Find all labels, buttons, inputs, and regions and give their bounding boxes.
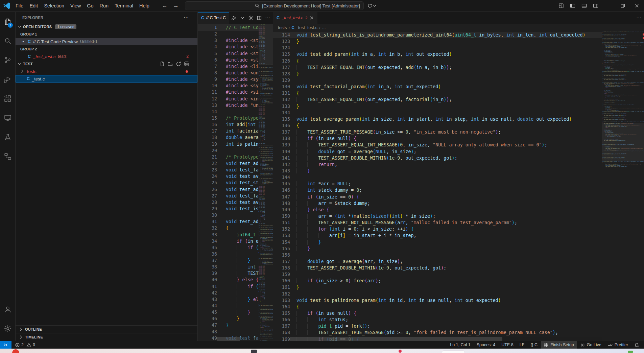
- code-line[interactable]: 127 TEST_ASSERT_EQUAL_INT(out_expected, …: [273, 64, 602, 71]
- activity-search-icon[interactable]: [0, 31, 15, 50]
- remote-indicator[interactable]: [0, 341, 11, 349]
- code-line[interactable]: 18double average(: [198, 134, 259, 141]
- code-line[interactable]: 17int factorial(i: [198, 128, 259, 134]
- activity-files-icon[interactable]: 1: [0, 12, 15, 31]
- code-line[interactable]: 139 TEST_ASSERT_EQUAL_INT_MESSAGE(0, in_…: [273, 142, 602, 148]
- split-icon[interactable]: [257, 15, 262, 21]
- status-utf-8[interactable]: UTF-8: [499, 341, 516, 349]
- status-spaces-4[interactable]: Spaces: 4: [474, 341, 498, 349]
- activity-hierarchy-icon[interactable]: [0, 147, 15, 166]
- code-line[interactable]: 165 if (in_use_null) {: [273, 310, 602, 316]
- code-line[interactable]: 152 for (int i = 0; i < in_size; ++i) {: [273, 226, 602, 232]
- breadcrumb-item[interactable]: C_test_test.c: [292, 25, 317, 30]
- section-outline[interactable]: OUTLINE: [16, 325, 197, 333]
- code-line[interactable]: 162: [273, 291, 602, 297]
- code-line[interactable]: 125void test_add_param(int in_a, int in_…: [273, 51, 602, 57]
- minimap-slider[interactable]: [602, 123, 644, 161]
- code-line[interactable]: 138 if (in_use_null) {: [273, 135, 602, 142]
- code-line[interactable]: 140 double got = average(NULL, in_size);: [273, 148, 602, 155]
- run-debug-icon[interactable]: [231, 15, 237, 21]
- code-line[interactable]: 5#include <strin: [198, 50, 259, 57]
- code-line[interactable]: 11#include <signa: [198, 89, 259, 95]
- code-editor-right[interactable]: 114void test_string_utils_is_palindrome_…: [273, 31, 602, 341]
- code-line[interactable]: 164{: [273, 304, 602, 310]
- status-prettier[interactable]: Prettier: [605, 341, 631, 349]
- code-line[interactable]: 21/* Prototypes f: [198, 154, 259, 160]
- code-line[interactable]: 155 }: [273, 245, 602, 252]
- status-ln-1-col-1[interactable]: Ln 1, Col 1: [447, 341, 473, 349]
- layout-sidebar-right-icon[interactable]: [590, 3, 601, 8]
- code-line[interactable]: 150 arr = (int *)malloc(sizeof(int) * in…: [273, 213, 602, 219]
- gear-small-icon[interactable]: [248, 15, 254, 21]
- code-line[interactable]: 4#include <stdli: [198, 44, 259, 50]
- code-line[interactable]: 42 TES: [198, 290, 259, 296]
- code-line[interactable]: 13#include "unity: [198, 102, 259, 109]
- code-line[interactable]: 48: [198, 329, 259, 335]
- code-editor-left[interactable]: 1// C Test Code 23#include <stdio4#inclu…: [198, 24, 259, 341]
- menu-item-run[interactable]: Run: [97, 3, 112, 8]
- menu-item-help[interactable]: Help: [136, 3, 152, 8]
- code-line[interactable]: 23void test_facto: [198, 167, 259, 173]
- code-line[interactable]: 46 }: [198, 315, 259, 322]
- code-line[interactable]: 126{: [273, 58, 602, 64]
- menu-item-terminal[interactable]: Terminal: [112, 3, 136, 8]
- code-line[interactable]: 16int add(int a,: [198, 121, 259, 128]
- code-line[interactable]: 9#include <sys/t: [198, 76, 259, 83]
- layout-grid-icon[interactable]: [555, 3, 567, 8]
- code-line[interactable]: 26void test_add_p: [198, 186, 259, 193]
- status-finish-setup[interactable]: Finish Setup: [541, 341, 576, 349]
- code-line[interactable]: 130void test_factorial_param(int in_n, i…: [273, 84, 602, 90]
- code-line[interactable]: 12#include <intty: [198, 96, 259, 102]
- code-line[interactable]: 1// C Test Code: [198, 24, 259, 31]
- code-line[interactable]: 30: [198, 212, 259, 218]
- code-line[interactable]: 157 double got = average(arr, in_size);: [273, 258, 602, 265]
- breadcrumb-item[interactable]: ...: [322, 25, 326, 30]
- menu-item-go[interactable]: Go: [84, 3, 96, 8]
- tab-test-test-c[interactable]: C _test_test.c 2: [273, 12, 317, 24]
- code-line[interactable]: 166 int status;: [273, 316, 602, 323]
- menu-item-file[interactable]: File: [13, 3, 26, 8]
- open-editor-item[interactable]: ●C// C Test Code PreviewUntitled-1: [16, 38, 197, 45]
- command-center-search[interactable]: [Extension Development Host] Test [Admin…: [185, 1, 364, 10]
- code-line[interactable]: 34 if (in_expe: [198, 238, 259, 244]
- code-line[interactable]: 132 TEST_ASSERT_EQUAL_INT(out_expected, …: [273, 96, 602, 103]
- code-line[interactable]: 135void test_average_param(int in_size, …: [273, 116, 602, 122]
- collapse-all-icon[interactable]: [184, 61, 189, 67]
- code-line[interactable]: 27void test_facto: [198, 193, 259, 199]
- more-icon[interactable]: ⋯: [636, 15, 641, 21]
- test-section-header[interactable]: TEST: [16, 60, 197, 68]
- code-line[interactable]: 158 TEST_ASSERT_DOUBLE_WITHIN(1e-9, out_…: [273, 265, 602, 271]
- code-line[interactable]: 159: [273, 271, 602, 278]
- menu-item-selection[interactable]: Selection: [41, 3, 67, 8]
- code-line[interactable]: 129: [273, 77, 602, 84]
- code-line[interactable]: 136{: [273, 122, 602, 129]
- code-line[interactable]: 145 int *arr = NULL;: [273, 181, 602, 187]
- menu-item-view[interactable]: View: [67, 3, 84, 8]
- refresh-icon[interactable]: [176, 61, 181, 67]
- activity-run-debug-large-icon[interactable]: [0, 70, 15, 89]
- code-line[interactable]: 137 TEST_ASSERT_TRUE_MESSAGE(in_size >= …: [273, 129, 602, 135]
- tab-c-test-code-preview[interactable]: C // C Test C: [198, 12, 229, 24]
- code-line[interactable]: 124: [273, 45, 602, 51]
- code-line[interactable]: 45 }: [198, 309, 259, 315]
- layout-panel-icon[interactable]: [578, 3, 590, 8]
- code-line[interactable]: 143 }: [273, 168, 602, 174]
- menu-item-edit[interactable]: Edit: [26, 3, 41, 8]
- code-line[interactable]: 146 int stack_dummy = 0;: [273, 187, 602, 193]
- code-line[interactable]: 131{: [273, 90, 602, 96]
- code-line[interactable]: 141 TEST_ASSERT_DOUBLE_WITHIN(1e-9, out_…: [273, 155, 602, 161]
- code-line[interactable]: 147 if (in_size == 0) {: [273, 194, 602, 200]
- code-line[interactable]: 144: [273, 174, 602, 181]
- code-line[interactable]: 2: [198, 31, 259, 37]
- code-line[interactable]: 39 TEST_AS: [198, 270, 259, 277]
- tree-item-tests[interactable]: tests: [16, 68, 197, 75]
- minimize-button[interactable]: [601, 0, 616, 11]
- forward-arrow-icon[interactable]: →: [173, 2, 179, 9]
- code-line[interactable]: 142 return;: [273, 161, 602, 168]
- code-line[interactable]: 29void test_is_pa: [198, 206, 259, 212]
- code-line[interactable]: 19int is_palindro: [198, 141, 259, 147]
- status-go-live[interactable]: Go Live: [577, 341, 604, 349]
- open-editors-header[interactable]: OPEN EDITORS 1 unsaved: [16, 23, 197, 30]
- code-line[interactable]: 114void test_string_utils_is_palindrome_…: [273, 32, 602, 38]
- section-timeline[interactable]: TIMELINE: [16, 333, 197, 341]
